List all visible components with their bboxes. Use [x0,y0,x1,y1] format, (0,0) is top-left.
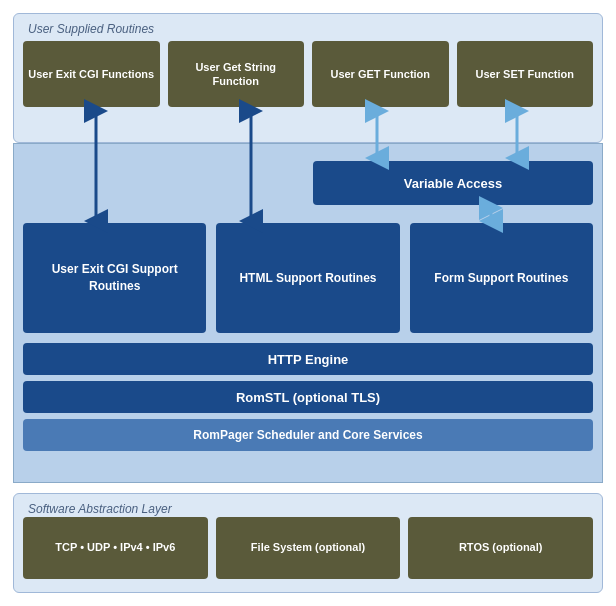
rompager-box: RomPager Scheduler and Core Services [23,419,593,451]
main-box-form-support: Form Support Routines [410,223,593,333]
software-abstraction-label: Software Abstraction Layer [28,502,172,516]
top-box-get-function: User GET Function [312,41,449,107]
main-boxes-row: User Exit CGI Support Routines HTML Supp… [23,223,593,333]
http-engine-box: HTTP Engine [23,343,593,375]
variable-access-box: Variable Access [313,161,593,205]
top-boxes-row: User Exit CGI Functions User Get String … [23,41,593,107]
main-box-html-support: HTML Support Routines [216,223,399,333]
top-box-get-string: User Get String Function [168,41,305,107]
user-supplied-label: User Supplied Routines [28,22,154,36]
romstl-box: RomSTL (optional TLS) [23,381,593,413]
top-box-user-exit-cgi: User Exit CGI Functions [23,41,160,107]
bottom-boxes-row: TCP • UDP • IPv4 • IPv6 File System (opt… [23,517,593,579]
bottom-box-rtos: RTOS (optional) [408,517,593,579]
top-box-set-function: User SET Function [457,41,594,107]
bottom-box-tcp: TCP • UDP • IPv4 • IPv6 [23,517,208,579]
architecture-diagram: User Supplied Routines Software Abstract… [13,13,603,593]
bottom-box-filesystem: File System (optional) [216,517,401,579]
main-box-user-exit: User Exit CGI Support Routines [23,223,206,333]
